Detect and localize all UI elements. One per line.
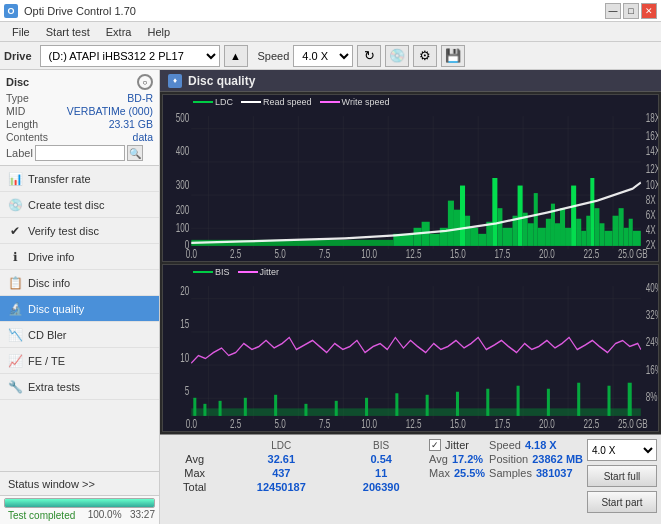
sidebar-item-extra-tests[interactable]: 🔧 Extra tests bbox=[0, 374, 159, 400]
speed-dropdown[interactable]: 4.0 X bbox=[587, 439, 657, 461]
sidebar-item-disc-info[interactable]: 📋 Disc info bbox=[0, 270, 159, 296]
speed-header-label: Speed bbox=[489, 439, 521, 451]
chart1-legend: LDC Read speed Write speed bbox=[193, 97, 389, 107]
samples-val: 381037 bbox=[536, 467, 573, 479]
transfer-rate-icon: 📊 bbox=[8, 172, 22, 186]
svg-text:20: 20 bbox=[180, 285, 189, 298]
svg-rect-82 bbox=[547, 389, 550, 416]
svg-text:5.0: 5.0 bbox=[275, 247, 286, 260]
menu-extra[interactable]: Extra bbox=[98, 24, 140, 40]
start-part-button[interactable]: Start part bbox=[587, 491, 657, 513]
legend-ldc-label: LDC bbox=[215, 97, 233, 107]
legend-ldc-color bbox=[193, 101, 213, 103]
sidebar-item-create-test-disc[interactable]: 💿 Create test disc bbox=[0, 192, 159, 218]
cd-bler-icon: 📉 bbox=[8, 328, 22, 342]
stats-table-area: LDC BIS Avg 32.61 0.54 Max 437 bbox=[164, 439, 425, 494]
jitter-area: ✓ Jitter Avg 17.2% Max 25.5% bbox=[429, 439, 485, 479]
svg-rect-33 bbox=[594, 208, 599, 246]
right-buttons: 4.0 X Start full Start part bbox=[587, 439, 657, 513]
svg-rect-21 bbox=[534, 193, 538, 246]
title-bar-controls: — □ ✕ bbox=[605, 3, 657, 19]
avg-speed-val: 4.18 X bbox=[525, 439, 557, 451]
chart1-svg: 500 400 300 200 100 0 18X 16X 14X 12X 10… bbox=[163, 95, 658, 261]
svg-text:2.5: 2.5 bbox=[230, 247, 241, 260]
drive-select[interactable]: (D:) ATAPI iHBS312 2 PL17 bbox=[40, 45, 220, 67]
legend-write-speed: Write speed bbox=[320, 97, 390, 107]
save-button[interactable]: 💾 bbox=[441, 45, 465, 67]
disc-button[interactable]: 💿 bbox=[385, 45, 409, 67]
svg-rect-69 bbox=[193, 398, 196, 416]
legend-bis: BIS bbox=[193, 267, 230, 277]
time-value: 33:27 bbox=[130, 509, 155, 522]
svg-rect-25 bbox=[555, 223, 560, 246]
stats-table: LDC BIS Avg 32.61 0.54 Max 437 bbox=[164, 439, 425, 494]
svg-rect-78 bbox=[426, 395, 429, 416]
menu-file[interactable]: File bbox=[4, 24, 38, 40]
svg-rect-85 bbox=[628, 383, 632, 416]
col-header-ldc: LDC bbox=[225, 439, 337, 452]
type-label: Type bbox=[6, 92, 29, 104]
progress-bar-fill bbox=[5, 499, 154, 507]
sidebar-item-drive-info[interactable]: ℹ Drive info bbox=[0, 244, 159, 270]
jitter-label: Jitter bbox=[445, 439, 469, 451]
sidebar-item-disc-quality[interactable]: 🔬 Disc quality bbox=[0, 296, 159, 322]
speed-area: Speed 4.18 X Position 23862 MB Samples 3… bbox=[489, 439, 583, 479]
svg-text:15.0: 15.0 bbox=[450, 417, 466, 430]
type-value: BD-R bbox=[127, 92, 153, 104]
progress-percent: 100.0% bbox=[88, 509, 122, 522]
svg-rect-28 bbox=[571, 186, 576, 246]
svg-rect-39 bbox=[629, 219, 633, 246]
chart-ldc: LDC Read speed Write speed bbox=[162, 94, 659, 262]
svg-rect-36 bbox=[613, 216, 619, 246]
svg-text:16%: 16% bbox=[646, 363, 658, 376]
status-window-button[interactable]: Status window >> bbox=[0, 472, 159, 496]
refresh-button[interactable]: ↻ bbox=[357, 45, 381, 67]
svg-text:500: 500 bbox=[176, 112, 190, 125]
svg-rect-81 bbox=[517, 386, 520, 416]
status-window-label: Status window >> bbox=[8, 478, 95, 490]
sidebar-item-transfer-rate[interactable]: 📊 Transfer rate bbox=[0, 166, 159, 192]
start-full-button[interactable]: Start full bbox=[587, 465, 657, 487]
jitter-checkbox[interactable]: ✓ bbox=[429, 439, 441, 451]
extra-tests-label: Extra tests bbox=[28, 381, 80, 393]
max-bis: 11 bbox=[337, 466, 425, 480]
chart-bis: BIS Jitter bbox=[162, 264, 659, 432]
svg-rect-38 bbox=[624, 228, 629, 246]
label-icon-button[interactable]: 🔍 bbox=[127, 145, 143, 161]
chart2-legend: BIS Jitter bbox=[193, 267, 279, 277]
svg-text:22.5: 22.5 bbox=[583, 417, 599, 430]
menu-start-test[interactable]: Start test bbox=[38, 24, 98, 40]
settings-button[interactable]: ⚙ bbox=[413, 45, 437, 67]
svg-text:20.0: 20.0 bbox=[539, 247, 555, 260]
svg-text:7.5: 7.5 bbox=[319, 417, 330, 430]
svg-rect-3 bbox=[414, 228, 422, 246]
minimize-button[interactable]: — bbox=[605, 3, 621, 19]
sidebar-item-verify-test-disc[interactable]: ✔ Verify test disc bbox=[0, 218, 159, 244]
sidebar-item-cd-bler[interactable]: 📉 CD Bler bbox=[0, 322, 159, 348]
maximize-button[interactable]: □ bbox=[623, 3, 639, 19]
speed-select[interactable]: 4.0 X bbox=[293, 45, 353, 67]
svg-rect-35 bbox=[604, 231, 612, 246]
disc-info-icon: 📋 bbox=[8, 276, 22, 290]
close-button[interactable]: ✕ bbox=[641, 3, 657, 19]
legend-read-speed-color bbox=[241, 101, 261, 103]
length-label: Length bbox=[6, 118, 38, 130]
label-input[interactable] bbox=[35, 145, 125, 161]
svg-rect-80 bbox=[486, 389, 489, 416]
svg-rect-14 bbox=[492, 178, 497, 246]
contents-value: data bbox=[133, 131, 153, 143]
svg-rect-40 bbox=[633, 231, 641, 246]
app-icon: O bbox=[4, 4, 18, 18]
eject-button[interactable]: ▲ bbox=[224, 45, 248, 67]
svg-rect-9 bbox=[460, 186, 465, 246]
sidebar-item-fe-te[interactable]: 📈 FE / TE bbox=[0, 348, 159, 374]
total-bis: 206390 bbox=[337, 480, 425, 494]
col-header-empty bbox=[164, 439, 225, 452]
menu-help[interactable]: Help bbox=[139, 24, 178, 40]
svg-text:6X: 6X bbox=[646, 208, 656, 221]
svg-rect-76 bbox=[365, 398, 368, 416]
svg-rect-22 bbox=[538, 228, 546, 246]
svg-text:20.0: 20.0 bbox=[539, 417, 555, 430]
svg-text:10.0: 10.0 bbox=[361, 417, 377, 430]
svg-rect-16 bbox=[502, 228, 512, 246]
